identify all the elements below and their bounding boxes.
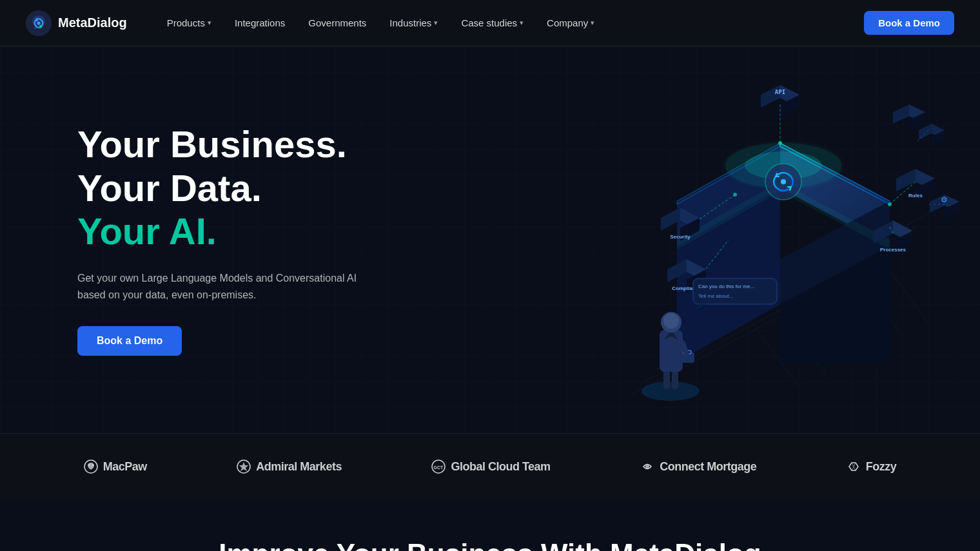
chevron-down-icon: ▾ [208,19,211,27]
connect-label: Connect Mortgage [660,460,756,474]
svg-point-63 [778,141,782,145]
logo-icon [26,10,52,36]
svg-text:API: API [775,89,785,95]
svg-point-75 [663,313,679,329]
nav-item-company[interactable]: Company ▾ [538,12,603,34]
svg-text:Tell me about...: Tell me about... [698,293,733,299]
svg-marker-37 [896,169,916,191]
svg-text:Processes: Processes [880,247,906,253]
svg-text:Can you do this for me...: Can you do this for me... [698,284,754,289]
svg-point-25 [781,179,786,184]
svg-text:⚙: ⚙ [941,195,948,204]
hero-subtitle: Get your own Large Language Models and C… [77,270,374,303]
logo-fozzy: Fozzy [847,459,897,474]
nav-book-demo-button[interactable]: Book a Demo [864,11,954,35]
chevron-down-icon: ▾ [591,19,594,27]
svg-point-83 [92,464,93,466]
macpaw-icon [84,459,98,474]
chevron-down-icon: ▾ [434,19,438,27]
nav-item-case-studies[interactable]: Case studies ▾ [452,12,533,34]
hero-content: Your Business. Your Data. Your AI. Get y… [77,124,374,356]
svg-rect-77 [693,278,777,304]
bottom-section: Improve Your Business With MetaDialog [0,499,980,551]
bottom-title: Improve Your Business With MetaDialog [39,538,941,551]
logo-macpaw: MacPaw [84,459,147,474]
hero-illustration: API Rules [554,66,980,414]
logo-admiral: Admiral Markets [237,459,342,474]
hero-book-demo-button[interactable]: Book a Demo [77,326,182,356]
svg-marker-34 [919,124,932,140]
logo-connect: Connect Mortgage [640,459,756,474]
hero-section: Your Business. Your Data. Your AI. Get y… [0,46,980,433]
gct-label: Global Cloud Team [451,460,550,474]
nav-item-governments[interactable]: Governments [299,12,375,34]
nav-links: Products ▾ Integrations Governments Indu… [158,12,864,34]
svg-line-76 [683,343,687,354]
nav-item-industries[interactable]: Industries ▾ [380,12,447,34]
logo-gct: GCT Global Cloud Team [431,459,550,474]
logo-link[interactable]: MetaDialog [26,10,127,36]
svg-point-65 [733,193,737,197]
svg-text:GCT: GCT [434,465,444,470]
svg-point-82 [88,464,90,466]
svg-point-87 [645,465,649,469]
svg-point-64 [888,202,892,206]
hero-title-line2: Your Data. [77,168,374,209]
macpaw-label: MacPaw [103,460,147,474]
svg-point-1 [37,21,41,24]
svg-marker-31 [893,104,909,124]
chevron-down-icon: ▾ [520,19,524,27]
logos-section: MacPaw Admiral Markets GCT Global Cloud … [0,433,980,499]
admiral-icon [237,459,251,474]
svg-point-66 [642,382,700,401]
logo-text: MetaDialog [58,15,127,30]
nav-item-integrations[interactable]: Integrations [226,12,294,34]
svg-text:Security: Security [670,234,691,240]
admiral-label: Admiral Markets [256,460,342,474]
fozzy-label: Fozzy [866,460,897,474]
hero-title-line1: Your Business. [77,124,374,165]
navbar: MetaDialog Products ▾ Integrations Gover… [0,0,980,46]
connect-icon [640,459,654,474]
nav-item-products[interactable]: Products ▾ [158,12,220,34]
svg-text:Rules: Rules [908,193,923,198]
hero-title-line3: Your AI. [77,211,374,252]
fozzy-icon [847,459,861,474]
gct-icon: GCT [431,459,446,474]
